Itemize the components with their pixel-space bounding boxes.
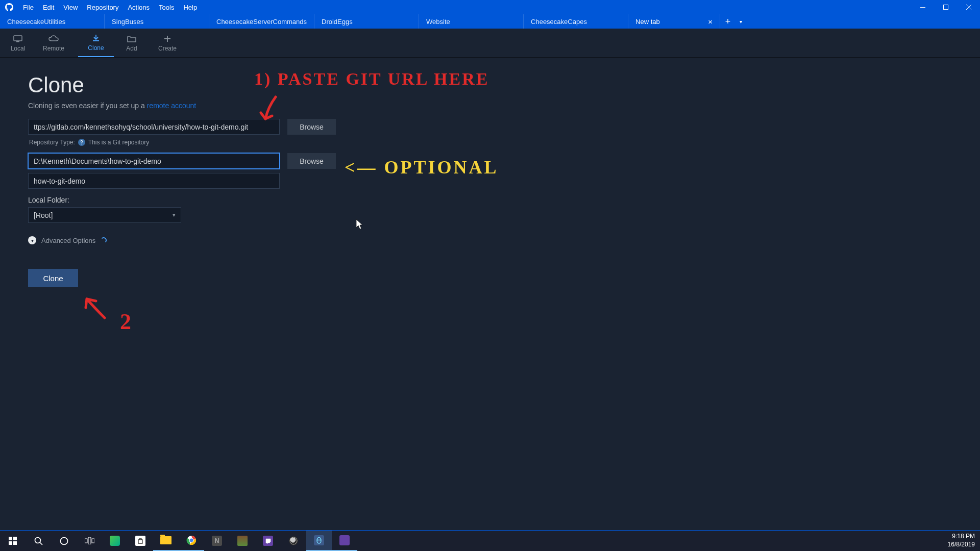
- toolbar-local[interactable]: Local: [0, 29, 36, 57]
- search-button[interactable]: [26, 531, 51, 551]
- minimize-button[interactable]: [911, 0, 934, 14]
- cortana-button[interactable]: [51, 531, 77, 551]
- tab-cheesecakecapes[interactable]: CheesecakeCapes: [524, 14, 628, 29]
- repo-type-row: Repository Type: ? This is a Git reposit…: [29, 139, 980, 146]
- svg-point-15: [189, 538, 193, 542]
- menu-actions[interactable]: Actions: [123, 4, 154, 11]
- close-button[interactable]: [957, 0, 980, 14]
- folder-icon: [127, 34, 136, 43]
- download-icon: [92, 34, 100, 43]
- annotation-step2: 2: [120, 309, 133, 335]
- svg-rect-3: [16, 41, 19, 42]
- svg-rect-10: [85, 539, 87, 543]
- start-button[interactable]: [0, 531, 26, 551]
- taskbar-app-1[interactable]: [102, 531, 128, 551]
- advanced-options-toggle[interactable]: ▾ Advanced Options: [28, 236, 980, 244]
- loading-spinner-icon: [101, 237, 107, 243]
- main-menu: File Edit View Repository Actions Tools …: [18, 4, 202, 11]
- toolbar: Local Remote Clone Add Create: [0, 29, 980, 58]
- tab-cheesecakeutilities[interactable]: CheesecakeUtilities: [0, 14, 105, 29]
- svg-point-9: [60, 537, 67, 544]
- titlebar: File Edit View Repository Actions Tools …: [0, 0, 980, 14]
- local-folder-select[interactable]: [Root] ▾: [28, 207, 181, 223]
- svg-rect-7: [13, 541, 17, 545]
- taskbar-gitkraken[interactable]: [306, 531, 332, 551]
- clone-panel: Clone Cloning is even easier if you set …: [0, 58, 980, 287]
- tab-dropdown-button[interactable]: ▾: [736, 14, 746, 29]
- taskbar-store[interactable]: [128, 531, 153, 551]
- toolbar-create[interactable]: Create: [150, 29, 185, 57]
- taskbar-clock[interactable]: 9:18 PM 16/8/2019: [943, 533, 980, 548]
- svg-rect-0: [920, 7, 925, 8]
- tab-droideggs[interactable]: DroidEggs: [314, 14, 419, 29]
- annotation-arrow-2-icon: [82, 295, 112, 320]
- task-view-button[interactable]: [77, 531, 102, 551]
- svg-rect-2: [14, 36, 22, 41]
- menu-tools[interactable]: Tools: [154, 4, 179, 11]
- tab-website[interactable]: Website: [419, 14, 524, 29]
- cloud-icon: [48, 34, 59, 43]
- expand-icon: ▾: [28, 236, 36, 244]
- maximize-button[interactable]: [934, 0, 957, 14]
- plus-icon: [164, 34, 171, 43]
- svg-rect-5: [13, 537, 17, 540]
- chevron-down-icon: ▾: [173, 212, 176, 218]
- taskbar-explorer[interactable]: [153, 531, 179, 551]
- clone-button[interactable]: Clone: [28, 269, 78, 287]
- tab-cheesecakeservercommands[interactable]: CheesecakeServerCommands: [209, 14, 314, 29]
- taskbar-minecraft[interactable]: [230, 531, 255, 551]
- taskbar-obs[interactable]: [281, 531, 306, 551]
- svg-rect-6: [9, 541, 12, 545]
- toolbar-clone[interactable]: Clone: [78, 29, 114, 57]
- close-tab-icon[interactable]: ×: [708, 17, 713, 26]
- toolbar-add[interactable]: Add: [114, 29, 150, 57]
- new-tab-label: New tab: [635, 18, 660, 26]
- menu-help[interactable]: Help: [179, 4, 202, 11]
- menu-file[interactable]: File: [18, 4, 38, 11]
- taskbar-twitch[interactable]: [255, 531, 281, 551]
- destination-path-input[interactable]: [28, 153, 280, 169]
- toolbar-remote[interactable]: Remote: [36, 29, 71, 57]
- window-controls: [911, 0, 980, 14]
- page-title: Clone: [28, 73, 980, 97]
- taskbar-app-n[interactable]: N: [204, 531, 230, 551]
- monitor-icon: [13, 34, 22, 43]
- tab-singbuses[interactable]: SingBuses: [105, 14, 209, 29]
- svg-rect-4: [9, 537, 12, 540]
- svg-point-8: [35, 537, 40, 543]
- menu-view[interactable]: View: [59, 4, 82, 11]
- svg-rect-12: [92, 539, 94, 543]
- add-tab-button[interactable]: +: [720, 14, 736, 29]
- tab-new[interactable]: New tab ×: [628, 14, 720, 29]
- page-subtitle: Cloning is even easier if you set up a r…: [28, 102, 980, 110]
- browse-source-button[interactable]: Browse: [287, 119, 336, 135]
- menu-repository[interactable]: Repository: [82, 4, 123, 11]
- taskbar-chrome[interactable]: [179, 531, 204, 551]
- taskbar: N 9:18 PM 16/8/2019: [0, 530, 980, 551]
- svg-rect-1: [943, 5, 948, 10]
- svg-rect-11: [88, 537, 91, 544]
- menu-edit[interactable]: Edit: [38, 4, 59, 11]
- local-folder-label: Local Folder:: [28, 196, 980, 204]
- source-url-input[interactable]: [28, 119, 280, 135]
- app-github-icon: [4, 2, 14, 12]
- tab-bar: CheesecakeUtilities SingBuses Cheesecake…: [0, 14, 980, 29]
- info-icon: ?: [78, 139, 85, 146]
- remote-account-link[interactable]: remote account: [147, 102, 197, 110]
- taskbar-app-last[interactable]: [332, 531, 357, 551]
- browse-destination-button[interactable]: Browse: [287, 153, 336, 169]
- repo-name-input[interactable]: [28, 173, 280, 189]
